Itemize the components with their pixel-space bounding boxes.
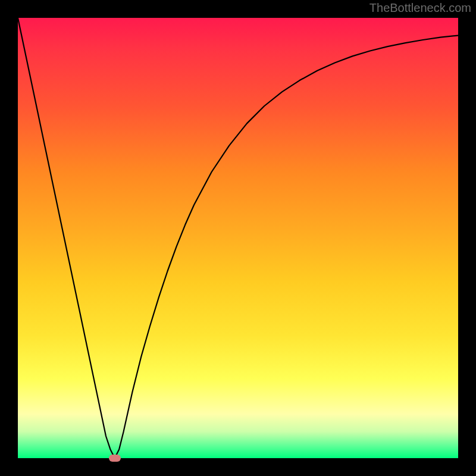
plot-area	[18, 18, 458, 458]
curve-svg	[18, 18, 458, 458]
chart-frame: TheBottleneck.com	[0, 0, 476, 476]
minimum-marker	[109, 455, 121, 462]
watermark-text: TheBottleneck.com	[369, 1, 471, 15]
bottleneck-curve-path	[18, 18, 458, 458]
